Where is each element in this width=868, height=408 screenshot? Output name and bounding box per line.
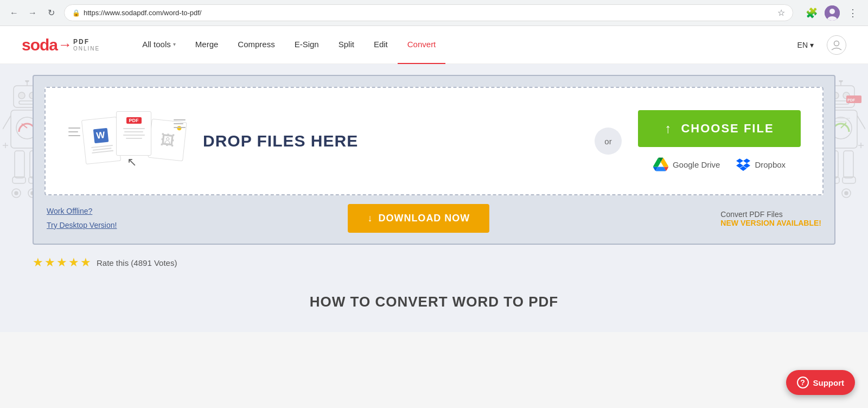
dropbox-button[interactable]: Dropbox <box>736 157 786 171</box>
user-account-icon[interactable] <box>827 35 846 55</box>
svg-line-37 <box>857 116 865 129</box>
svg-text:PDF: PDF <box>847 98 856 102</box>
svg-point-32 <box>839 80 843 82</box>
svg-point-9 <box>25 80 29 82</box>
main-content: PDF <box>0 64 868 332</box>
url-text: https://www.sodapdf.com/word-to-pdf/ <box>84 9 774 17</box>
svg-point-5 <box>18 92 25 99</box>
download-now-button[interactable]: ↓ DOWNLOAD NOW <box>348 204 489 233</box>
language-button[interactable]: EN ▾ <box>791 35 820 55</box>
bookmark-icon: ☆ <box>777 8 785 18</box>
choose-file-button[interactable]: ↑ CHOOSE FILE <box>638 110 801 147</box>
cursor-icon: ↖ <box>127 155 137 169</box>
nav-all-tools[interactable]: All tools ▾ <box>132 26 186 64</box>
svg-point-1 <box>829 9 835 14</box>
file-type-icons: W PDF <box>67 109 187 174</box>
rating-text: Rate this (4891 Votes) <box>97 258 177 267</box>
cloud-options: Google Drive Dropbox <box>653 157 786 172</box>
nav-compress[interactable]: Compress <box>228 26 284 64</box>
avatar[interactable] <box>825 5 840 21</box>
star-rating[interactable]: ★ ★ ★ ★ ★ <box>33 256 91 270</box>
main-nav: All tools ▾ Merge Compress E-Sign Split … <box>132 26 790 64</box>
upload-container: W PDF <box>33 75 835 245</box>
nav-split[interactable]: Split <box>329 26 364 64</box>
svg-rect-15 <box>15 151 24 178</box>
browser-nav-buttons: ← → ↻ <box>7 5 59 21</box>
browser-chrome: ← → ↻ 🔒 https://www.sodapdf.com/word-to-… <box>0 0 868 26</box>
dropbox-icon <box>736 157 750 171</box>
extensions-button[interactable]: 🧩 <box>803 4 820 22</box>
google-drive-icon <box>653 157 668 172</box>
nav-right: EN ▾ <box>791 35 846 55</box>
offline-link-section: Work Offline? Try Desktop Version! <box>47 205 117 232</box>
back-button[interactable]: ← <box>7 5 22 21</box>
upload-arrow-icon: ↑ <box>665 121 672 136</box>
page-wrapper: PDF <box>33 75 835 272</box>
arrows-left-icon <box>68 127 80 136</box>
drop-text: DROP FILES HERE <box>203 132 358 150</box>
download-arrow-icon: ↓ <box>367 213 373 224</box>
star-5: ★ <box>80 256 91 270</box>
svg-point-3 <box>834 41 839 46</box>
word-doc-icon: W <box>81 117 121 164</box>
nav-edit[interactable]: Edit <box>364 26 398 64</box>
upload-drop-zone[interactable]: W PDF <box>44 87 824 195</box>
logo-pdf-label: PDF <box>73 38 100 46</box>
google-drive-button[interactable]: Google Drive <box>653 157 720 172</box>
upload-bottom-bar: Work Offline? Try Desktop Version! ↓ DOW… <box>44 204 824 233</box>
convert-info: Convert PDF Files NEW VERSION AVAILABLE! <box>720 210 821 227</box>
address-bar[interactable]: 🔒 https://www.sodapdf.com/word-to-pdf/ ☆ <box>64 4 793 21</box>
all-tools-chevron-icon: ▾ <box>173 41 176 47</box>
or-divider: or <box>595 127 622 155</box>
drop-zone: W PDF <box>67 109 578 174</box>
upload-actions: ↑ CHOOSE FILE <box>638 110 801 172</box>
forward-button[interactable]: → <box>25 5 40 21</box>
rating-section: ★ ★ ★ ★ ★ Rate this (4891 Votes) <box>33 253 835 272</box>
arrows-right-icon <box>174 119 186 128</box>
svg-rect-39 <box>844 151 853 178</box>
svg-point-21 <box>15 192 18 195</box>
logo-soda: soda <box>22 36 58 54</box>
pdf-doc-icon: PDF <box>116 111 151 156</box>
lock-icon: 🔒 <box>72 9 80 17</box>
new-version-badge: NEW VERSION AVAILABLE! <box>720 219 821 227</box>
logo[interactable]: soda → PDF ONLINE <box>22 36 100 54</box>
site-header: soda → PDF ONLINE All tools ▾ Merge Comp… <box>0 26 868 64</box>
logo-text: PDF ONLINE <box>73 38 100 52</box>
svg-point-45 <box>845 192 848 195</box>
star-3: ★ <box>56 256 67 270</box>
work-offline-link[interactable]: Work Offline? <box>47 205 117 218</box>
how-to-title: HOW TO CONVERT WORD TO PDF <box>33 294 835 310</box>
star-2: ★ <box>44 256 55 270</box>
nav-convert[interactable]: Convert <box>398 26 446 64</box>
star-1: ★ <box>33 256 43 270</box>
nav-esign[interactable]: E-Sign <box>285 26 329 64</box>
menu-button[interactable]: ⋮ <box>844 4 861 22</box>
chrome-actions: 🧩 ⋮ <box>803 4 861 22</box>
logo-online-label: ONLINE <box>73 46 100 52</box>
logo-arrow-icon: → <box>58 36 72 53</box>
svg-line-13 <box>3 116 11 129</box>
refresh-button[interactable]: ↻ <box>43 5 59 21</box>
try-desktop-link[interactable]: Try Desktop Version! <box>47 219 117 232</box>
nav-merge[interactable]: Merge <box>186 26 228 64</box>
star-4: ★ <box>68 256 79 270</box>
how-to-section: HOW TO CONVERT WORD TO PDF <box>33 272 835 321</box>
